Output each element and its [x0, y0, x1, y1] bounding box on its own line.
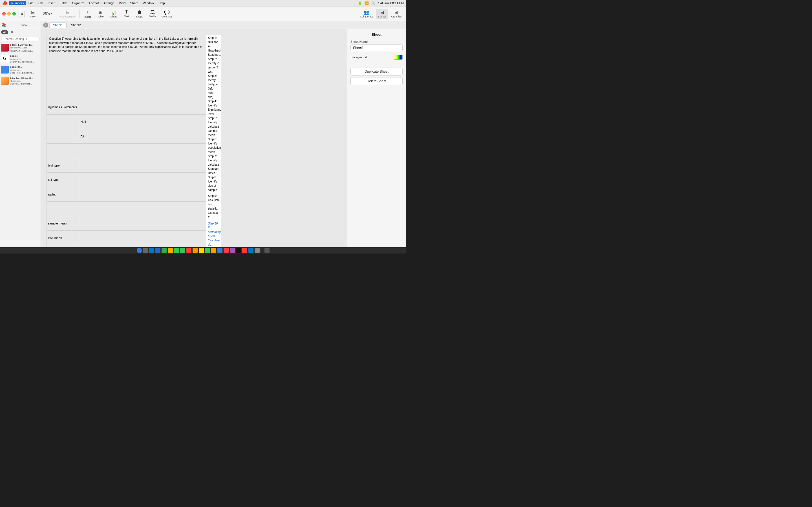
dock-notes[interactable] [199, 248, 204, 253]
shape-icon: ⬟ [138, 10, 142, 15]
spotlight-icon[interactable]: 🔍 [371, 1, 375, 5]
menubar-insert[interactable]: Insert [46, 1, 57, 5]
dock-reminders[interactable] [193, 248, 198, 253]
dock-numbers[interactable] [205, 248, 210, 253]
menubar-help[interactable]: Help [156, 1, 167, 5]
menubar-format[interactable]: Format [87, 1, 101, 5]
comment-btn[interactable]: 💬 Comment [159, 9, 175, 19]
dock-trash[interactable] [264, 248, 269, 253]
collaborate-btn[interactable]: 👥 Collaborate [358, 9, 375, 19]
dock-messages[interactable] [180, 248, 185, 253]
add-category-icon: ⊞ [66, 10, 70, 15]
list-item-thumb [1, 77, 9, 85]
dock-finder[interactable] [137, 248, 142, 253]
menubar: 🍎 Numbers File Edit Insert Table Organiz… [0, 0, 406, 6]
media-btn[interactable]: 🖼 Media [146, 9, 159, 18]
sheet-name-input[interactable] [350, 45, 403, 51]
view-toolbar-btn[interactable]: ⊞ View [27, 9, 39, 19]
minimize-button[interactable] [7, 12, 11, 15]
organize-btn[interactable]: ⊞ Organize [389, 9, 404, 19]
menubar-edit[interactable]: Edit [36, 1, 45, 5]
zoom-value: 125% [41, 12, 50, 16]
filter-all-btn[interactable]: All [1, 30, 8, 34]
menubar-organize[interactable]: Organize [70, 1, 87, 5]
battery-icon: 🔋 [358, 1, 362, 5]
dock-launchpad[interactable] [143, 248, 148, 253]
menubar-table[interactable]: Table [58, 1, 69, 5]
list-item-thumb [1, 44, 9, 52]
sidebar-view-toggle[interactable]: View [8, 21, 41, 29]
panel-actions: Duplicate Sheet Delete Sheet [350, 68, 403, 87]
list-item[interactable]: Google D... docs.goo... Docs Rec... Blan… [0, 64, 41, 75]
sidebar-search-input[interactable] [1, 37, 40, 41]
dock-mail[interactable] [155, 248, 160, 253]
null-cell[interactable]: Null [79, 114, 103, 129]
dock-calendar[interactable] [186, 248, 192, 253]
view-icon: ⊞ [31, 10, 35, 15]
zoom-control[interactable]: 125% ▾ [40, 11, 54, 16]
menubar-window[interactable]: Window [141, 1, 156, 5]
list-item[interactable]: After An... Winter, H... nbclosanl... Ca… [0, 76, 41, 87]
dock-podcasts[interactable] [230, 248, 235, 253]
dock-news[interactable] [242, 248, 247, 253]
table-btn[interactable]: ⊞ Table [94, 9, 107, 19]
dock-photos[interactable] [168, 248, 173, 253]
menubar-file[interactable]: File [27, 1, 36, 5]
clock: Sat Jun 1 8:11 PM [378, 1, 404, 5]
list-item[interactable]: G Google google.co... Search th... infor… [0, 54, 41, 64]
content-area: Question 1) According to the local union… [41, 29, 406, 247]
dock-facetime[interactable] [174, 248, 179, 253]
test-type-cell[interactable]: test type [47, 158, 79, 173]
menubar-numbers[interactable]: Numbers [9, 1, 26, 5]
dock-safari[interactable] [149, 248, 154, 253]
dock-system-prefs[interactable] [255, 248, 260, 253]
sheet-tab-1[interactable]: Sheet2 [68, 22, 84, 27]
panel-title: Sheet [350, 33, 403, 37]
spreadsheet-container[interactable]: Question 1) According to the local union… [41, 29, 347, 247]
sample-mean-cell[interactable]: sample mean [47, 216, 79, 231]
dock-maps[interactable] [161, 248, 167, 253]
chart-btn[interactable]: 📊 Chart [107, 9, 120, 19]
text-btn[interactable]: T Text [120, 9, 133, 18]
shape-btn[interactable]: ⬟ Shape [133, 9, 146, 19]
sidebar-books-icon[interactable]: 📚 [0, 21, 8, 29]
apple-menu[interactable]: 🍎 [2, 1, 7, 5]
tail-type-cell[interactable]: tail type [47, 173, 79, 187]
dock-keynote[interactable] [217, 248, 222, 253]
hypothesis-cell[interactable]: Hypothesis Statements [47, 100, 79, 115]
question-cell[interactable]: Question 1) According to the local union… [47, 35, 206, 87]
dock-music[interactable] [223, 248, 229, 253]
delete-sheet-button[interactable]: Delete Sheet [350, 77, 403, 85]
sidebar-toggle[interactable]: ⊞ [18, 11, 25, 17]
sidebar-toggle-icon: ⊞ [20, 12, 23, 15]
duplicate-sheet-button[interactable]: Duplicate Sheet [350, 68, 403, 75]
steps-column: Step 1: Null and Alt Hypothesis Stateme.… [206, 35, 221, 247]
list-item-text: After An... Winter, H... nbclosanl... Ca… [10, 77, 33, 86]
pop-mean-cell[interactable]: Pop mean [47, 231, 79, 245]
menubar-arrange[interactable]: Arrange [101, 1, 116, 5]
alt-cell[interactable]: Alt [79, 129, 103, 144]
insert-btn[interactable]: ＋ Insert [82, 8, 94, 19]
sheet-tab-0[interactable]: Sheet1 [49, 22, 66, 28]
menubar-share[interactable]: Share [128, 1, 140, 5]
close-button[interactable] [2, 12, 6, 15]
filter-unread-btn[interactable]: U [9, 30, 15, 34]
dock-bar [0, 247, 406, 253]
dock-tv[interactable] [236, 248, 241, 253]
background-row: Background [350, 55, 403, 60]
maximize-button[interactable] [12, 12, 16, 15]
std-dev-cell[interactable]: std dev [47, 245, 79, 247]
format-btn[interactable]: ⊟ Format [376, 9, 389, 19]
media-icon: 🖼 [150, 10, 155, 15]
menubar-right-items: 🔋 📶 🔍 Sat Jun 1 8:11 PM [358, 1, 404, 5]
list-item[interactable]: D-Day: T... Invade E... nationallyw... .… [0, 43, 41, 54]
menubar-view[interactable]: View [117, 1, 128, 5]
numbers-app: + Sheet1 Sheet2 [41, 21, 406, 247]
background-color-swatch[interactable] [394, 55, 403, 60]
toolbar: ⊞ ⊞ View 125% ▾ ⊞ Add Category ＋ Insert … [0, 6, 406, 21]
dock-app-store[interactable] [248, 248, 253, 253]
dock-pages[interactable] [211, 248, 216, 253]
alpha-cell[interactable]: alpha [47, 187, 79, 202]
add-sheet-button[interactable]: + [43, 22, 48, 27]
add-category-btn[interactable]: ⊞ Add Category [58, 9, 78, 19]
